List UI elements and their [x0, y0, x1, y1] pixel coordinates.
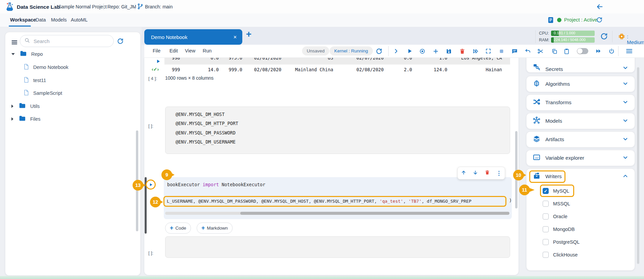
new-tab-button[interactable] — [246, 31, 251, 39]
code-text: L_USERNAME, @ENV.MYSQL_DM_PASSWORD, @ENV… — [167, 199, 380, 204]
chevron-down-icon[interactable] — [622, 99, 629, 107]
main-nav: Workspace Data Models AutoML Project : A… — [0, 13, 644, 27]
comments-icon[interactable] — [511, 47, 518, 55]
undo-icon[interactable] — [524, 47, 531, 55]
git-branch-icon — [137, 3, 144, 11]
mode-toggle[interactable] — [577, 47, 589, 55]
tree-item-utils[interactable]: Utils — [11, 101, 132, 112]
menu-file[interactable]: File — [153, 48, 160, 53]
project-logs-icon[interactable] — [547, 16, 555, 25]
project-refresh-icon[interactable] — [596, 16, 603, 25]
chevron-down-icon[interactable] — [622, 136, 629, 144]
tree-item-samplescript[interactable]: SampleScript — [23, 87, 134, 99]
paste-icon[interactable] — [563, 47, 570, 55]
add-code-cell-button[interactable]: Code — [165, 223, 191, 234]
panel-scrollbar-thumb[interactable] — [637, 67, 639, 264]
chevron-down-icon[interactable] — [622, 154, 629, 162]
interrupt-target-icon[interactable] — [418, 47, 426, 55]
menu-view[interactable]: View — [185, 48, 195, 53]
back-arrow-icon[interactable] — [596, 3, 603, 12]
writer-option-oracle[interactable]: Oracle — [543, 211, 567, 222]
tree-item-repo[interactable]: Repo — [11, 48, 132, 60]
execution-count-label: [ 4 ]: — [148, 76, 157, 81]
section-models[interactable]: Models — [526, 113, 635, 129]
writer-option-clickhouse[interactable]: ClickHouse — [543, 250, 578, 260]
empty-code-cell[interactable] — [165, 236, 510, 258]
writer-option-mongodb[interactable]: MongoDB — [543, 224, 575, 234]
run-all-icon[interactable] — [472, 47, 479, 55]
table-row: 998 0.0 975.0 02/01/2020 US 02/07/2020 0… — [164, 57, 510, 65]
section-algorithms[interactable]: Algorithms — [526, 76, 635, 92]
caret-right-icon[interactable] — [11, 105, 13, 108]
tree-item-files[interactable]: Files — [11, 113, 132, 125]
checkbox-unchecked[interactable] — [543, 226, 549, 232]
kernel-refresh-icon[interactable] — [375, 47, 383, 55]
delete-cell-trash-icon[interactable] — [458, 47, 466, 55]
copy-icon[interactable] — [551, 47, 558, 55]
project-status-label: Project : Active — [564, 17, 597, 23]
section-variable-explorer[interactable]: (x) Variable explorer — [526, 150, 635, 166]
folder-icon — [18, 115, 26, 123]
resources-refresh-icon[interactable] — [600, 32, 608, 42]
move-cell-up-icon[interactable] — [461, 170, 466, 177]
writer-option-postgresql[interactable]: PostgreSQL — [543, 237, 580, 247]
active-code-cell[interactable]: bookExecutor import NotebookExecutor L_U… — [164, 177, 512, 219]
run-step-chevron-icon[interactable] — [392, 47, 400, 55]
move-cell-down-icon[interactable] — [473, 170, 478, 177]
checkbox-unchecked[interactable] — [543, 239, 549, 245]
chevron-down-icon[interactable] — [622, 117, 629, 125]
tree-item-demo-notebook[interactable]: Demo Notebook — [23, 62, 134, 73]
add-markdown-cell-button[interactable]: Markdown — [197, 223, 233, 234]
tree-item-test11[interactable]: test11 — [23, 75, 134, 86]
search-box[interactable] — [20, 35, 114, 47]
transforms-icon — [533, 98, 541, 107]
checkbox-unchecked[interactable] — [543, 213, 549, 220]
section-artifacts[interactable]: Artifacts — [526, 131, 635, 148]
tab-automl[interactable]: AutoML — [71, 17, 88, 23]
section-transforms[interactable]: Transforms — [526, 94, 635, 111]
chevron-up-icon[interactable] — [622, 173, 629, 181]
menu-run[interactable]: Run — [203, 48, 212, 53]
toolbar-menu-icon[interactable] — [625, 47, 634, 55]
tab-data[interactable]: Data — [36, 17, 46, 23]
env-variables-cell[interactable]: @ENV.MYSQL_DM_HOST @ENV.MYSQL_DM_HTTP_PO… — [165, 107, 510, 154]
search-input[interactable] — [33, 38, 101, 44]
execution-count-label: [ ]: — [148, 123, 153, 128]
caret-down-icon[interactable] — [11, 53, 15, 55]
cell-value: Mainland China — [275, 67, 333, 72]
sidebar-menu-icon[interactable] — [11, 39, 18, 47]
horizontal-scrollbar[interactable] — [165, 212, 509, 215]
menu-edit[interactable]: Edit — [169, 48, 178, 53]
cut-icon[interactable] — [537, 47, 544, 55]
scrollbar-thumb[interactable] — [240, 212, 509, 215]
fullscreen-icon[interactable] — [485, 47, 492, 55]
execution-count-label: [ ]: — [148, 250, 153, 255]
close-tab-icon[interactable] — [233, 34, 237, 40]
caret-right-icon[interactable] — [11, 117, 13, 121]
tree-refresh-icon[interactable] — [117, 38, 124, 46]
run-cell-play-icon[interactable] — [406, 47, 413, 55]
checkbox-unchecked[interactable] — [543, 201, 549, 207]
tree-item-label: SampleScript — [33, 90, 62, 96]
save-notebook-icon[interactable] — [445, 47, 452, 55]
code-line: @ENV.MYSQL_DM_USERNAME — [176, 139, 236, 145]
divider — [618, 46, 618, 56]
writer-option-mssql[interactable]: MSSQL — [543, 199, 570, 209]
add-cell-plus-icon[interactable] — [432, 47, 439, 55]
tab-workspace[interactable]: Workspace — [10, 17, 36, 23]
chevron-down-icon[interactable] — [622, 65, 629, 72]
shutdown-power-icon[interactable] — [608, 47, 615, 55]
chevron-down-icon[interactable] — [622, 80, 629, 88]
run-cell-play-button-highlighted[interactable] — [146, 180, 156, 190]
run-cell-gutter-play-icon[interactable] — [156, 59, 161, 65]
execution-success-icon: ‹✓› — [152, 67, 159, 72]
delete-cell-icon[interactable] — [485, 170, 490, 176]
tab-demo-notebook[interactable]: Demo Notebook — [144, 29, 242, 45]
branch-name: Branch: main — [145, 4, 172, 9]
bottom-edge-strip — [0, 276, 644, 279]
stop-icon[interactable] — [498, 47, 505, 55]
tab-models[interactable]: Models — [51, 17, 67, 23]
more-options-icon[interactable] — [496, 170, 502, 177]
checkbox-unchecked[interactable] — [543, 252, 549, 258]
skip-forward-icon[interactable] — [595, 47, 602, 55]
